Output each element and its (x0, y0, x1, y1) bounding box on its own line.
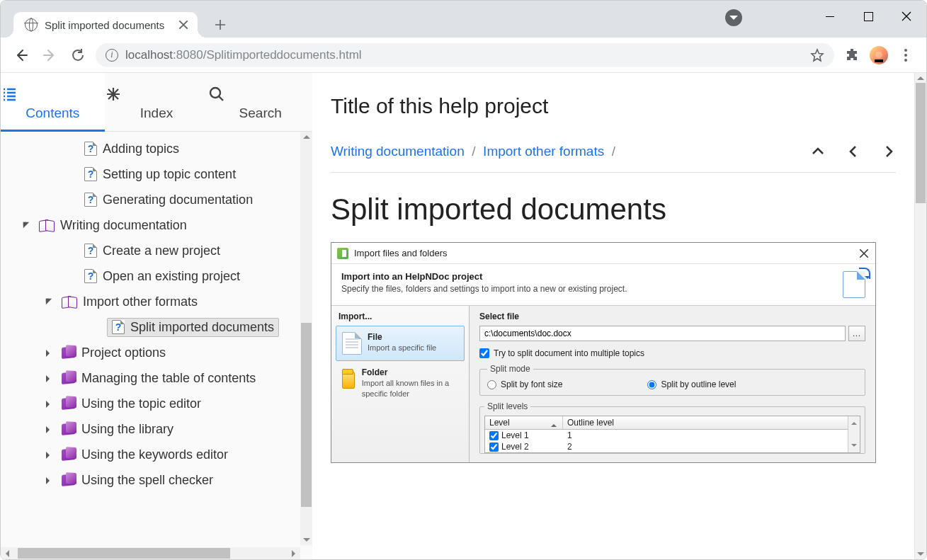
tab-index[interactable]: Index (105, 73, 209, 132)
tree-item[interactable]: Create a new project (1, 238, 312, 263)
tree-item[interactable]: Using the topic editor (1, 391, 312, 416)
tree-item[interactable]: Using the keywords editor (1, 442, 312, 467)
import-page-icon (843, 271, 865, 298)
open-book-icon (39, 220, 55, 230)
asterisk-icon (105, 86, 209, 103)
nav-forward[interactable] (39, 45, 60, 66)
split-levels-legend: Split levels (484, 401, 530, 411)
tree-item[interactable]: Generating documentation (1, 187, 312, 212)
nav-back[interactable] (11, 45, 32, 66)
import-dialog: Import files and folders Import into an … (331, 242, 876, 463)
address-bar: i localhost:8080/Splitimporteddocuments.… (1, 38, 926, 73)
levels-table: Level Outline level Level 1 1 Level 2 2 (484, 416, 860, 453)
tree-item[interactable]: Using the spell checker (1, 467, 312, 493)
collapse-icon[interactable] (22, 218, 32, 233)
tree-vscrollbar[interactable] (300, 132, 312, 545)
dialog-subheading: Specify the files, folders and settings … (341, 284, 834, 294)
window-maximize[interactable] (858, 6, 878, 26)
tree-item-selected[interactable]: Split imported documents (1, 314, 312, 340)
topic-title: Split imported documents (331, 173, 896, 242)
expand-icon[interactable] (45, 422, 55, 437)
breadcrumb: Writing documentation / Import other for… (331, 144, 811, 159)
tab-close-icon[interactable] (178, 19, 189, 30)
toc-tree: Adding topics Setting up topic content G… (1, 132, 312, 559)
expand-icon[interactable] (45, 473, 55, 488)
expand-icon[interactable] (45, 447, 55, 462)
tree-item[interactable]: Project options (1, 340, 312, 365)
topic-icon (84, 142, 97, 156)
breadcrumb-link[interactable]: Import other formats (483, 144, 604, 159)
topic-icon (112, 320, 125, 334)
browser-tabbar: Split imported documents (1, 1, 926, 38)
nav-next-icon[interactable] (882, 144, 896, 159)
radio-font-size[interactable]: Split by font size (487, 379, 562, 389)
expand-icon[interactable] (45, 345, 55, 360)
nav-reload[interactable] (67, 45, 89, 66)
expand-icon[interactable] (45, 371, 55, 386)
tab-title: Split imported documents (45, 19, 171, 31)
tab-search[interactable]: Search (208, 73, 312, 132)
dialog-close-icon[interactable] (858, 248, 870, 259)
tree-item[interactable]: Writing documentation (1, 212, 312, 238)
browser-tab[interactable]: Split imported documents (13, 12, 198, 38)
select-file-heading: Select file (479, 312, 865, 321)
topic-icon (84, 244, 97, 258)
dropdown-indicator-icon[interactable] (725, 9, 742, 26)
tree-item[interactable]: Import other formats (1, 289, 312, 314)
window-close[interactable] (897, 6, 916, 26)
main-content: Title of this help project Writing docum… (312, 73, 914, 559)
tree-item[interactable]: Managing the table of contents (1, 365, 312, 391)
browser-menu[interactable] (895, 45, 916, 66)
try-split-checkbox[interactable]: Try to split document into multiple topi… (479, 348, 865, 358)
topic-icon (84, 193, 97, 207)
new-tab-button[interactable] (210, 15, 230, 35)
tab-contents[interactable]: Contents (1, 73, 105, 132)
tree-item[interactable]: Setting up topic content (1, 161, 312, 187)
dialog-heading: Import into an HelpNDoc project (341, 271, 482, 282)
collapse-icon[interactable] (45, 295, 55, 309)
list-icon (1, 86, 105, 103)
import-heading: Import... (339, 312, 462, 321)
extensions-icon[interactable] (841, 45, 863, 66)
open-book-icon (62, 297, 77, 307)
url-text: localhost:8080/Splitimporteddocuments.ht… (125, 48, 803, 62)
folder-icon (342, 367, 356, 390)
book-icon (62, 372, 76, 384)
tree-hscrollbar[interactable] (1, 547, 300, 559)
file-icon (342, 332, 362, 355)
radio-outline-level[interactable]: Split by outline level (647, 379, 736, 389)
table-row[interactable]: Level 1 1 (485, 430, 860, 441)
bookmark-icon[interactable] (810, 48, 824, 62)
svg-point-0 (210, 88, 220, 98)
globe-icon (25, 18, 38, 31)
book-icon (62, 397, 76, 410)
tree-item[interactable]: Adding topics (1, 136, 312, 161)
tree-item[interactable]: Using the library (1, 416, 312, 442)
tree-item[interactable]: Open an existing project (1, 263, 312, 289)
toc-panel: Contents Index Search Adding topics Sett… (1, 73, 312, 559)
table-scrollbar[interactable] (848, 416, 860, 452)
table-row[interactable]: Level 2 2 (485, 441, 860, 452)
dialog-title: Import files and folders (354, 248, 858, 258)
col-level[interactable]: Level (485, 416, 563, 429)
book-icon (62, 423, 76, 435)
book-icon (62, 346, 76, 359)
browse-button[interactable]: ... (848, 326, 865, 341)
omnibox[interactable]: i localhost:8080/Splitimporteddocuments.… (96, 43, 834, 67)
breadcrumb-link[interactable]: Writing documentation (331, 144, 465, 159)
profile-avatar[interactable] (870, 46, 888, 64)
book-icon (62, 474, 76, 486)
topic-icon (84, 269, 97, 283)
nav-prev-icon[interactable] (846, 144, 860, 159)
import-option-file[interactable]: FileImport a specific file (336, 326, 465, 361)
search-icon (208, 86, 312, 103)
file-path-input[interactable] (479, 326, 846, 341)
col-outline[interactable]: Outline level (563, 416, 860, 429)
site-info-icon[interactable]: i (106, 49, 118, 62)
app-icon (337, 248, 348, 259)
page-vscrollbar[interactable] (914, 73, 926, 559)
nav-up-icon[interactable] (811, 144, 825, 159)
import-option-folder[interactable]: FolderImport all known files in a specif… (336, 361, 465, 405)
expand-icon[interactable] (45, 396, 55, 411)
window-minimize[interactable] (820, 6, 840, 26)
